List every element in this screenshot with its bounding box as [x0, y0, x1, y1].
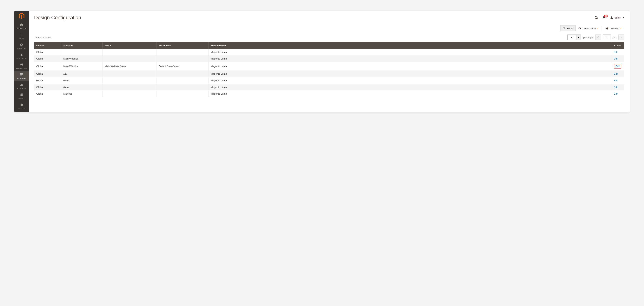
- cell-store_view: [156, 90, 208, 97]
- logo[interactable]: [14, 11, 29, 21]
- funnel-icon: [563, 27, 566, 30]
- dashboard-icon: [20, 23, 24, 27]
- cell-store_view: Default Store View: [156, 62, 208, 71]
- search-icon: [594, 16, 598, 20]
- cell-default: Global: [34, 55, 61, 62]
- nav-item-catalog[interactable]: CATALOG: [14, 41, 29, 51]
- notification-badge: 39: [604, 15, 608, 18]
- column-header[interactable]: Store View: [156, 42, 208, 49]
- svg-rect-1: [20, 74, 23, 76]
- cell-default: Global: [34, 90, 61, 97]
- person-icon: [20, 53, 24, 57]
- bars-icon: [20, 83, 24, 87]
- header-row: Design Configuration 39 admin ▼: [34, 15, 624, 21]
- cell-store_view: [156, 71, 208, 77]
- cell-website: Majento: [61, 90, 102, 97]
- cell-action: Edit: [612, 90, 624, 97]
- search-button[interactable]: [594, 16, 598, 20]
- column-header[interactable]: Default: [34, 42, 61, 49]
- cell-default: Global: [34, 77, 61, 84]
- megaphone-icon: [20, 63, 24, 67]
- cell-store_view: [156, 49, 208, 55]
- prev-page-button[interactable]: [595, 35, 601, 40]
- edit-link[interactable]: Edit: [614, 51, 618, 53]
- layout-icon: [20, 73, 24, 77]
- nav-item-marketing[interactable]: MARKETING: [14, 61, 29, 71]
- app-card: DASHBOARDSALESCATALOGCUSTOMERSMARKETINGC…: [14, 11, 630, 112]
- table-row: GlobalriveraMagento LumaEdit: [34, 84, 624, 90]
- cell-store: Main Website Store: [102, 62, 156, 71]
- nav-item-system[interactable]: SYSTEM: [14, 101, 29, 111]
- cell-theme: Magento Luma: [208, 77, 612, 84]
- column-header[interactable]: Theme Name: [208, 42, 612, 49]
- page-input[interactable]: [603, 35, 611, 40]
- cell-store: [102, 84, 156, 90]
- eye-icon: [578, 27, 582, 30]
- nav-label: REPORTS: [17, 88, 26, 89]
- cell-website: [61, 49, 102, 55]
- nav-item-dashboard[interactable]: DASHBOARD: [14, 21, 29, 31]
- chevron-down-icon: ▼: [597, 28, 599, 29]
- next-page-button[interactable]: [618, 35, 624, 40]
- cell-store: [102, 90, 156, 97]
- cell-action: Edit: [612, 49, 624, 55]
- svg-point-7: [595, 16, 597, 19]
- per-page-dropdown[interactable]: ▼: [576, 35, 581, 40]
- cell-store: [102, 55, 156, 62]
- filters-button[interactable]: Filters: [560, 26, 576, 31]
- cell-website: rivera: [61, 84, 102, 90]
- box-icon: [20, 43, 24, 47]
- records-found: 7 records found: [34, 36, 51, 39]
- gear-icon: [605, 27, 608, 30]
- dollar-icon: [20, 33, 24, 37]
- nav-label: MARKETING: [16, 68, 27, 69]
- chevron-down-icon: ▼: [620, 28, 622, 29]
- edit-link[interactable]: Edit: [614, 86, 618, 89]
- edit-link[interactable]: Edit: [614, 79, 618, 82]
- nav-label: STORES: [18, 97, 25, 99]
- cell-website: 117: [61, 71, 102, 77]
- nav-item-sales[interactable]: SALES: [14, 31, 29, 41]
- magento-icon: [19, 13, 24, 19]
- edit-link[interactable]: Edit: [614, 57, 618, 60]
- column-header[interactable]: Website: [61, 42, 102, 49]
- cell-website: rivera: [61, 77, 102, 84]
- cell-store: [102, 71, 156, 77]
- cell-default: Global: [34, 71, 61, 77]
- nav-item-stores[interactable]: STORES: [14, 91, 29, 101]
- user-menu[interactable]: admin ▼: [610, 16, 624, 20]
- nav-label: CONTENT: [17, 78, 26, 79]
- page-total: of 1: [612, 36, 617, 39]
- nav-item-content[interactable]: CONTENT: [14, 71, 29, 81]
- columns-button[interactable]: Columns ▼: [603, 26, 624, 31]
- cell-website: Main Website: [61, 62, 102, 71]
- default-view-button[interactable]: Default View ▼: [576, 26, 601, 31]
- edit-link[interactable]: Edit: [614, 73, 618, 75]
- nav-item-customers[interactable]: CUSTOMERS: [14, 51, 29, 61]
- svg-line-8: [597, 18, 598, 19]
- page-nav: of 1: [595, 35, 624, 40]
- separator: [602, 26, 602, 31]
- nav-label: DASHBOARD: [16, 28, 27, 30]
- column-header[interactable]: Action: [612, 42, 624, 49]
- nav-label: SYSTEM: [18, 108, 25, 109]
- column-header[interactable]: Store: [102, 42, 156, 49]
- chevron-left-icon: [597, 36, 599, 39]
- edit-link[interactable]: Edit: [614, 64, 621, 69]
- columns-label: Columns: [610, 27, 619, 30]
- cell-action: Edit: [612, 77, 624, 84]
- per-page-input[interactable]: [568, 35, 576, 40]
- cell-default: Global: [34, 49, 61, 55]
- table-row: GlobalMajentoMagento LumaEdit: [34, 90, 624, 97]
- nav-item-reports[interactable]: REPORTS: [14, 81, 29, 91]
- cell-theme: Magento Luma: [208, 90, 612, 97]
- cell-theme: Magento Luma: [208, 49, 612, 55]
- notifications-button[interactable]: 39: [602, 16, 606, 20]
- default-view-label: Default View: [583, 27, 596, 30]
- sidebar: DASHBOARDSALESCATALOGCUSTOMERSMARKETINGC…: [14, 11, 29, 112]
- cell-store_view: [156, 77, 208, 84]
- svg-rect-5: [22, 84, 22, 86]
- edit-link[interactable]: Edit: [614, 92, 618, 95]
- cell-theme: Magento Luma: [208, 55, 612, 62]
- table-row: GlobalMagento LumaEdit: [34, 49, 624, 55]
